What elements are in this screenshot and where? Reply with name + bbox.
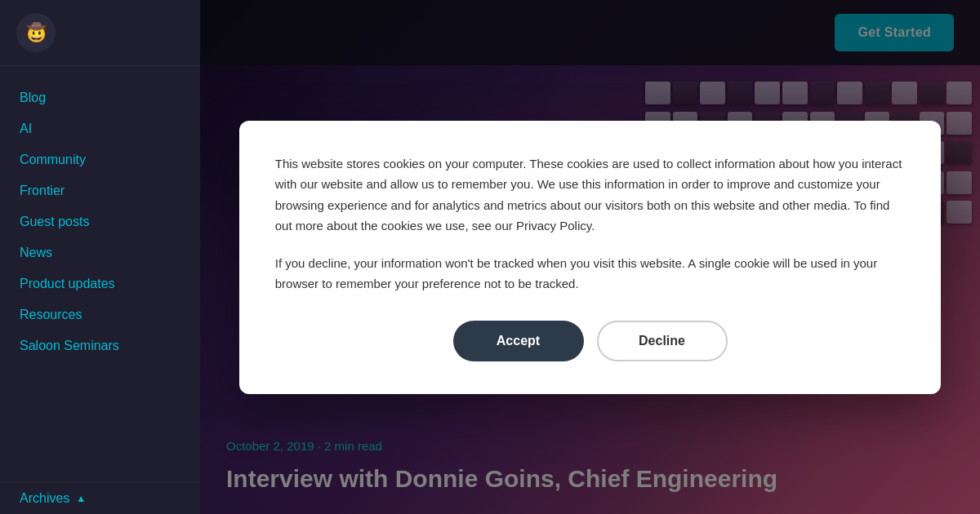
- sidebar-item-resources[interactable]: Resources: [0, 299, 200, 330]
- chevron-up-icon: ▲: [76, 493, 86, 504]
- sidebar-item-saloon-seminars[interactable]: Saloon Seminars: [0, 330, 200, 361]
- sidebar-item-ai[interactable]: AI: [0, 113, 200, 144]
- cookie-modal: This website stores cookies on your comp…: [239, 121, 942, 394]
- sidebar-item-product-updates[interactable]: Product updates: [0, 268, 200, 299]
- sidebar-item-archives[interactable]: Archives ▲: [0, 482, 200, 514]
- sidebar: 🤠 BlogAICommunityFrontierGuest postsNews…: [0, 0, 200, 514]
- cookie-modal-actions: Accept Decline: [275, 321, 906, 361]
- sidebar-nav: BlogAICommunityFrontierGuest postsNewsPr…: [0, 66, 200, 378]
- cookie-modal-backdrop: This website stores cookies on your comp…: [200, 0, 980, 514]
- cookie-text-2: If you decline, your information won't b…: [275, 253, 906, 295]
- cookie-modal-body: This website stores cookies on your comp…: [275, 153, 906, 295]
- sidebar-item-news[interactable]: News: [0, 237, 200, 268]
- archives-label: Archives: [20, 491, 69, 506]
- sidebar-item-frontier[interactable]: Frontier: [0, 175, 200, 206]
- accept-button[interactable]: Accept: [453, 321, 584, 361]
- sidebar-header: 🤠: [0, 0, 200, 66]
- cookie-text-1: This website stores cookies on your comp…: [275, 153, 906, 237]
- sidebar-item-community[interactable]: Community: [0, 144, 200, 175]
- logo-icon: 🤠: [16, 13, 56, 52]
- sidebar-item-guest-posts[interactable]: Guest posts: [0, 206, 200, 237]
- decline-button[interactable]: Decline: [597, 321, 728, 361]
- sidebar-item-blog[interactable]: Blog: [0, 82, 200, 113]
- main-content: Get Started October 2, 2019 · 2 min read…: [200, 0, 980, 514]
